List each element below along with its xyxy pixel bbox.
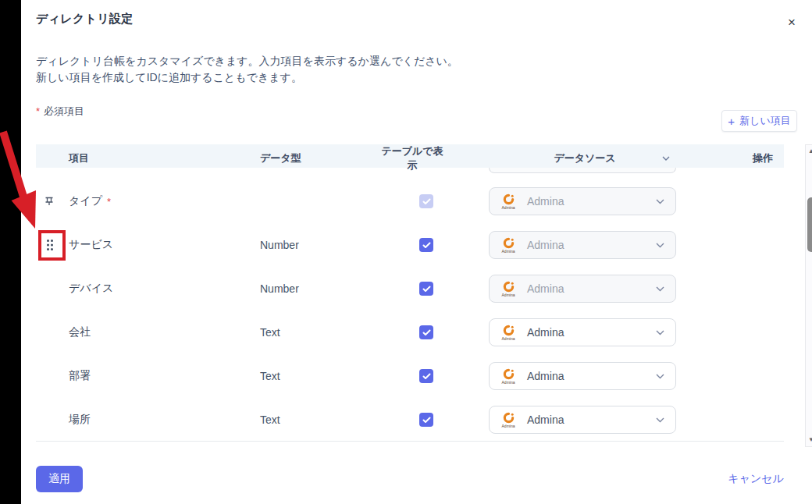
show-in-table-checkbox[interactable] — [419, 238, 433, 252]
drag-handle-icon[interactable] — [42, 235, 58, 255]
show-in-table-checkbox[interactable] — [419, 194, 433, 208]
add-new-item-label: 新しい項目 — [739, 114, 791, 128]
chevron-down-icon — [656, 199, 664, 204]
data-source-value: Admina — [527, 413, 656, 426]
field-name-label: 部署 — [69, 369, 91, 383]
data-type-cell: Text — [255, 370, 379, 382]
data-source-value: Admina — [527, 195, 656, 208]
data-source-select[interactable]: Admina Admina — [489, 231, 676, 259]
admina-logo-word: Admina — [502, 205, 515, 210]
column-header-data-source[interactable]: データソース — [473, 151, 684, 165]
chevron-down-icon — [656, 286, 664, 292]
chevron-down-icon[interactable] — [662, 156, 670, 161]
data-source-cell: Admina Admina — [473, 275, 684, 303]
item-cell: 部署 * — [36, 369, 255, 383]
chevron-down-icon — [656, 330, 664, 335]
item-cell: タイプ * — [36, 194, 255, 208]
admina-logo-word: Admina — [502, 424, 515, 428]
fields-table: 項目 データ型 テーブルで表示 データソース 操作 — [36, 144, 784, 442]
table-row: デバイス * Number Admina Admina — [36, 267, 784, 311]
screenshot-left-black-strip — [0, 0, 21, 504]
directory-settings-dialog: ディレクトリ設定 × ディレクトリ台帳をカスタマイズできます。入力項目を表示する… — [21, 0, 812, 504]
admina-logo-word: Admina — [502, 336, 515, 341]
show-in-table-cell — [379, 282, 473, 296]
required-fields-note: *必須項目 — [36, 105, 84, 119]
column-header-data-source-label: データソース — [554, 152, 615, 164]
table-row: サービス * Number Admina Admina — [36, 223, 784, 267]
partially-scrolled-select — [489, 168, 676, 173]
add-new-item-button[interactable]: + 新しい項目 — [721, 110, 797, 132]
plus-icon: + — [728, 115, 735, 127]
data-source-select[interactable]: Admina Admina — [489, 187, 676, 215]
data-source-select[interactable]: Admina Admina — [489, 275, 676, 303]
required-asterisk: * — [36, 105, 40, 117]
table-row: タイプ * Admina Admina — [36, 179, 784, 223]
data-source-cell: Admina Admina — [473, 231, 684, 259]
scrollbar-up-arrow-icon[interactable]: ▲ — [806, 146, 812, 157]
data-type-cell: Number — [255, 282, 379, 295]
table-header-row: 項目 データ型 テーブルで表示 データソース 操作 — [36, 144, 784, 168]
description-line-1: ディレクトリ台帳をカスタマイズできます。入力項目を表示するか選んでください。 — [36, 53, 458, 69]
admina-logo-icon: Admina — [497, 193, 519, 210]
data-source-value: Admina — [527, 239, 656, 251]
show-in-table-cell — [379, 194, 473, 208]
data-type-cell: Text — [255, 413, 379, 426]
data-source-cell: Admina Admina — [473, 187, 684, 215]
show-in-table-cell — [379, 238, 473, 252]
data-source-cell: Admina Admina — [473, 406, 684, 434]
item-cell: サービス * — [36, 238, 255, 252]
chevron-down-icon — [656, 374, 664, 379]
admina-logo-icon: Admina — [497, 281, 519, 297]
show-in-table-cell — [379, 325, 473, 339]
show-in-table-checkbox[interactable] — [419, 413, 433, 427]
table-row: 場所 * Text Admina Admina — [36, 398, 784, 442]
admina-logo-icon: Admina — [497, 237, 519, 254]
data-source-select[interactable]: Admina Admina — [489, 362, 676, 390]
admina-logo-word: Admina — [502, 249, 515, 254]
show-in-table-checkbox[interactable] — [419, 325, 433, 339]
scrollbar-down-arrow-icon[interactable]: ▼ — [806, 435, 812, 445]
data-type-cell: Number — [255, 239, 379, 251]
table-body: タイプ * Admina Admina — [36, 168, 784, 442]
data-source-select[interactable]: Admina Admina — [489, 406, 676, 434]
cancel-link[interactable]: キャンセル — [728, 472, 784, 486]
column-header-item: 項目 — [36, 151, 255, 165]
dialog-description: ディレクトリ台帳をカスタマイズできます。入力項目を表示するか選んでください。 新… — [36, 53, 458, 86]
field-name-label: デバイス — [69, 282, 113, 296]
data-source-cell: Admina Admina — [473, 318, 684, 346]
column-header-operation: 操作 — [684, 151, 784, 165]
show-in-table-checkbox[interactable] — [419, 369, 433, 383]
data-source-select[interactable]: Admina Admina — [489, 318, 676, 346]
apply-button[interactable]: 適用 — [36, 466, 83, 492]
required-label: 必須項目 — [44, 105, 84, 117]
admina-logo-icon: Admina — [497, 368, 519, 385]
admina-logo-icon: Admina — [497, 325, 519, 341]
admina-logo-word: Admina — [502, 380, 515, 385]
admina-logo-word: Admina — [502, 293, 515, 297]
data-source-value: Admina — [527, 326, 656, 339]
item-cell: デバイス * — [36, 282, 255, 296]
table-row: 会社 * Text Admina Admina — [36, 311, 784, 354]
scrollbar-thumb[interactable] — [807, 197, 812, 252]
show-in-table-cell — [379, 413, 473, 427]
chevron-down-icon — [656, 417, 664, 423]
pin-icon — [44, 196, 55, 207]
show-in-table-checkbox[interactable] — [419, 282, 433, 296]
admina-logo-icon: Admina — [497, 412, 519, 428]
column-header-data-type: データ型 — [255, 151, 379, 165]
item-cell: 場所 * — [36, 413, 255, 427]
field-name-label: 会社 — [69, 325, 91, 339]
data-type-cell: Text — [255, 326, 379, 339]
item-cell: 会社 * — [36, 325, 255, 339]
field-name-label: タイプ — [69, 194, 102, 208]
data-source-value: Admina — [527, 370, 656, 382]
data-source-value: Admina — [527, 282, 656, 295]
show-in-table-cell — [379, 369, 473, 383]
chevron-down-icon — [656, 243, 664, 248]
description-line-2: 新しい項目を作成してIDに追加することもできます。 — [36, 69, 458, 86]
close-icon[interactable]: × — [782, 13, 801, 32]
table-scrollbar[interactable]: ▲ ▼ — [805, 144, 812, 447]
data-source-cell: Admina Admina — [473, 362, 684, 390]
dialog-title: ディレクトリ設定 — [36, 12, 134, 27]
field-required-asterisk: * — [107, 196, 111, 208]
